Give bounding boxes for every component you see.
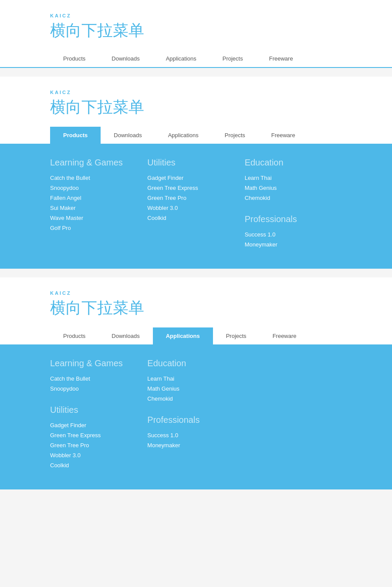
cat-learning-games: Learning & Games [50,158,147,168]
item-chemokid-2[interactable]: Chemokid [147,395,244,402]
item-fallen-angel-1[interactable]: Fallen Angel [50,195,147,201]
nav-projects-2[interactable]: Projects [212,127,258,144]
item-math-genius-1[interactable]: Math Genius [245,185,342,191]
item-success-1[interactable]: Success 1.0 [245,231,342,238]
item-learn-thai-2[interactable]: Learn Thai [147,375,244,382]
item-learn-thai-1[interactable]: Learn Thai [245,175,342,181]
item-snoopydoo-1[interactable]: Snoopydoo [50,185,147,191]
item-wobbler-1[interactable]: Wobbler 3.0 [147,205,244,211]
cat-learning-games-2: Learning & Games [50,358,147,368]
brand-title-2: 横向下拉菜单 [50,97,342,118]
item-green-tree-express-2[interactable]: Green Tree Express [50,432,147,439]
dropdown-panel-applications: Learning & Games Catch the Bullet Snoopy… [0,345,392,489]
item-catch-bullet-1[interactable]: Catch the Bullet [50,175,147,181]
nav-bar-1: Products Downloads Applications Projects… [0,50,392,68]
item-success-2[interactable]: Success 1.0 [147,432,244,439]
nav-bar-2: Products Downloads Applications Projects… [0,127,392,145]
item-catch-bullet-2[interactable]: Catch the Bullet [50,375,147,382]
item-golf-pro-1[interactable]: Golf Pro [50,225,147,231]
brand-label-2: KAICZ [50,90,342,95]
dropdown-col-learning-apps: Learning & Games Catch the Bullet Snoopy… [50,358,147,472]
dropdown-panel-products: Learning & Games Catch the Bullet Snoopy… [0,145,392,269]
brand-label-1: KAICZ [50,13,342,18]
cat-professionals-1: Professionals [245,214,342,224]
item-coolkid-2[interactable]: Coolkid [50,462,147,469]
item-snoopydoo-2[interactable]: Snoopydoo [50,385,147,392]
nav-freeware-1[interactable]: Freeware [256,50,306,67]
item-gadget-finder-2[interactable]: Gadget Finder [50,422,147,428]
cat-education-1: Education [245,158,342,168]
nav-products-2[interactable]: Products [50,127,101,144]
nav-projects-1[interactable]: Projects [210,50,256,67]
nav-applications-1[interactable]: Applications [153,50,210,67]
dropdown-col-education: Education Learn Thai Math Genius Chemoki… [245,158,342,251]
item-sui-maker-1[interactable]: Sui Maker [50,205,147,211]
nav-bar-3: Products Downloads Applications Projects… [0,327,392,345]
nav-downloads-1[interactable]: Downloads [98,50,152,67]
brand-label-3: KAICZ [50,290,342,296]
nav-applications-2[interactable]: Applications [155,127,212,144]
nav-applications-3[interactable]: Applications [153,327,213,344]
item-green-tree-pro-2[interactable]: Green Tree Pro [50,442,147,449]
subgroup-professionals-1: Professionals Success 1.0 Moneymaker [245,214,342,248]
item-math-genius-2[interactable]: Math Genius [147,385,244,392]
nav-freeware-2[interactable]: Freeware [258,127,308,144]
item-coolkid-1[interactable]: Coolkid [147,215,244,221]
cat-professionals-2: Professionals [147,415,244,425]
brand-title-3: 横向下拉菜单 [50,297,342,319]
nav-projects-3[interactable]: Projects [213,327,260,344]
item-wave-master-1[interactable]: Wave Master [50,215,147,221]
item-green-tree-pro-1[interactable]: Green Tree Pro [147,195,244,201]
nav-downloads-3[interactable]: Downloads [98,327,152,344]
item-green-tree-express-1[interactable]: Green Tree Express [147,185,244,191]
nav-downloads-2[interactable]: Downloads [101,127,155,144]
cat-utilities-2: Utilities [50,405,147,415]
item-moneymaker-2[interactable]: Moneymaker [147,442,244,449]
cat-utilities-1: Utilities [147,158,244,168]
nav-products-1[interactable]: Products [50,50,98,67]
dropdown-col-empty [245,358,342,472]
subgroup-utilities-2: Utilities Gadget Finder Green Tree Expre… [50,405,147,469]
subgroup-professionals-2: Professionals Success 1.0 Moneymaker [147,415,244,449]
dropdown-col-utilities: Utilities Gadget Finder Green Tree Expre… [147,158,244,251]
item-chemokid-1[interactable]: Chemokid [245,195,342,201]
nav-products-3[interactable]: Products [50,327,98,344]
brand-title-1: 横向下拉菜单 [50,20,342,41]
nav-freeware-3[interactable]: Freeware [260,327,310,344]
item-gadget-finder-1[interactable]: Gadget Finder [147,175,244,181]
item-wobbler-2[interactable]: Wobbler 3.0 [50,452,147,459]
dropdown-col-education-apps: Education Learn Thai Math Genius Chemoki… [147,358,244,472]
dropdown-col-learning: Learning & Games Catch the Bullet Snoopy… [50,158,147,251]
item-moneymaker-1[interactable]: Moneymaker [245,241,342,248]
cat-education-2: Education [147,358,244,368]
